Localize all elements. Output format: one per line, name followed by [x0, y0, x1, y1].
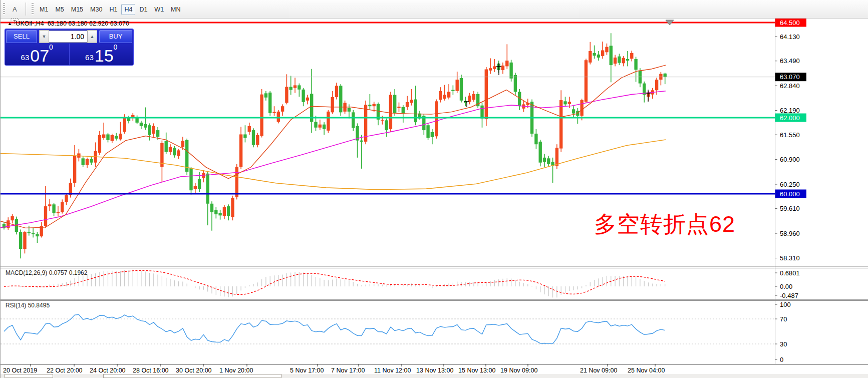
candle-up — [102, 134, 105, 138]
timeframe-button-h1[interactable]: H1 — [106, 4, 120, 15]
candle-up — [57, 212, 60, 213]
timeframe-button-w1[interactable]: W1 — [151, 4, 167, 15]
candle-up — [373, 104, 376, 107]
candlestick-series — [3, 33, 667, 258]
buy-price-sup: 0 — [114, 45, 118, 50]
candle-up — [194, 186, 197, 189]
candle-down — [514, 75, 517, 92]
sell-button[interactable]: SELL — [6, 30, 37, 43]
candle-down — [360, 141, 363, 142]
rsi-label: RSI(14) 50.8495 — [6, 302, 50, 309]
candle-up — [73, 156, 76, 183]
candle-down — [572, 109, 575, 113]
candle-wick — [370, 94, 371, 110]
svg-text:11 Nov 12:00: 11 Nov 12:00 — [374, 367, 411, 374]
candle-down — [509, 63, 512, 79]
candle-up — [585, 60, 588, 102]
candle-down — [480, 106, 483, 119]
candle-up — [98, 135, 101, 153]
candle-up — [61, 202, 64, 212]
svg-text:A: A — [13, 6, 17, 13]
candle-down — [618, 57, 621, 63]
symbol-name: UKOil-,H4 — [16, 20, 44, 27]
candle-down — [189, 168, 192, 190]
candle-wick — [291, 76, 292, 95]
svg-text:62.000: 62.000 — [780, 114, 800, 122]
timeframe-button-m1[interactable]: M1 — [37, 4, 51, 15]
volume-increase-button[interactable]: ▲ — [87, 30, 97, 43]
sell-price[interactable]: 63 07 0 — [5, 44, 70, 65]
svg-text:61.550: 61.550 — [780, 131, 800, 139]
candle-down — [210, 204, 213, 212]
candle-down — [264, 93, 267, 97]
candle-wick — [627, 51, 628, 66]
price-axis[interactable]: 64.13063.49062.84062.19061.55060.90060.2… — [775, 19, 806, 363]
candle-up — [119, 134, 122, 139]
candle-down — [140, 123, 143, 126]
candle-up — [568, 102, 571, 104]
candle-up — [306, 98, 309, 101]
candle-down — [593, 53, 596, 56]
candle-wick — [37, 232, 38, 243]
volume-input[interactable] — [49, 31, 87, 43]
candle-down — [431, 132, 434, 137]
timeframe-button-m5[interactable]: M5 — [52, 4, 67, 15]
candle-up — [256, 135, 259, 145]
svg-text:21 Nov 09:00: 21 Nov 09:00 — [580, 367, 617, 374]
svg-text:13 Nov 13:00: 13 Nov 13:00 — [416, 367, 453, 374]
macd-histogram — [4, 270, 665, 298]
candle-up — [48, 204, 51, 206]
candle-down — [115, 136, 118, 138]
svg-text:64.130: 64.130 — [780, 33, 800, 41]
timeframe-button-h4[interactable]: H4 — [121, 4, 135, 15]
svg-text:62.190: 62.190 — [780, 107, 800, 114]
svg-text:100: 100 — [780, 301, 791, 308]
sell-price-big: 07 — [30, 48, 49, 63]
text-label-icon[interactable]: A — [8, 3, 23, 16]
candle-down — [348, 108, 351, 112]
candle-up — [456, 80, 459, 91]
svg-text:-0.487: -0.487 — [780, 292, 798, 299]
candle-down — [290, 87, 293, 90]
timeframe-button-m30[interactable]: M30 — [87, 4, 105, 15]
buy-button[interactable]: BUY — [99, 30, 132, 43]
candle-up — [447, 92, 450, 97]
toolbar-grip2[interactable] — [32, 3, 34, 15]
candle-up — [335, 86, 338, 97]
candle-up — [493, 66, 496, 69]
terminal-window: EFAT M1M5M15M30H1H4D1W1MN ▲ UKOil-,H4 63… — [0, 0, 868, 378]
timeframe-button-d1[interactable]: D1 — [136, 4, 150, 15]
candle-up — [281, 106, 284, 112]
candle-wick — [411, 89, 412, 106]
svg-text:58.960: 58.960 — [780, 230, 800, 237]
buy-price[interactable]: 63 15 0 — [70, 44, 134, 65]
candle-down — [36, 234, 39, 237]
candle-down — [534, 134, 537, 144]
svg-text:60.000: 60.000 — [780, 190, 800, 198]
candle-up — [605, 47, 608, 53]
sell-price-prefix: 63 — [21, 52, 30, 63]
candle-down — [148, 125, 151, 135]
date-axis[interactable]: 20 Oct 201922 Oct 20:0024 Oct 20:0028 Oc… — [3, 364, 665, 374]
toolbar-grip[interactable] — [3, 3, 5, 15]
candle-up — [86, 159, 89, 165]
candle-up — [181, 141, 184, 147]
candle-down — [82, 158, 85, 165]
candle-down — [243, 134, 246, 138]
chart-tab[interactable] — [103, 374, 281, 378]
candle-up — [630, 53, 633, 59]
timeframe-button-m15[interactable]: M15 — [68, 4, 86, 15]
volume-decrease-button[interactable]: ▼ — [39, 30, 49, 43]
candle-up — [389, 95, 392, 129]
chart-tab[interactable] — [5, 374, 53, 378]
candle-wick — [552, 158, 553, 183]
candle-down — [52, 204, 55, 213]
candle-down — [106, 134, 109, 140]
candle-up — [231, 198, 234, 217]
candle-down — [460, 78, 463, 101]
candle-up — [501, 66, 504, 70]
collapse-triangle-icon[interactable]: ▲ — [8, 21, 12, 26]
candle-down — [393, 95, 396, 113]
timeframe-button-mn[interactable]: MN — [168, 4, 183, 15]
candle-down — [214, 210, 217, 214]
